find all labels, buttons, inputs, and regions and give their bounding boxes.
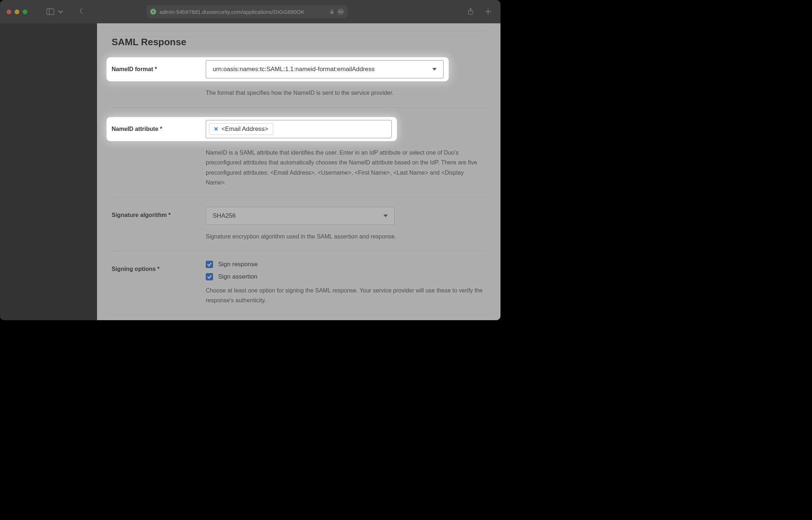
back-button[interactable]	[78, 8, 84, 16]
signature-algorithm-row: Signature algorithm * SHA256 Signature e…	[112, 207, 486, 241]
signature-algorithm-select[interactable]: SHA256	[206, 207, 395, 225]
caret-down-icon	[432, 68, 437, 71]
signing-options-row: Signing options * Sign response	[112, 261, 486, 305]
signing-options-label: Signing options *	[112, 261, 206, 272]
url-text: admin-54b978d1.duosecurity.com/applicati…	[159, 9, 326, 15]
signature-algorithm-label: Signature algorithm *	[112, 207, 206, 218]
nameid-attribute-label: NameID attribute *	[112, 126, 206, 132]
sign-response-label: Sign response	[218, 261, 258, 268]
share-icon[interactable]	[467, 8, 474, 15]
sidebar-toggle-button[interactable]	[46, 8, 65, 15]
signing-options-helper: Choose at least one option for signing t…	[206, 286, 486, 305]
more-icon[interactable]: •••	[337, 8, 344, 15]
caret-down-icon	[383, 214, 388, 217]
sign-assertion-checkbox[interactable]	[206, 273, 213, 280]
sign-assertion-label: Sign assertion	[218, 273, 258, 280]
nameid-format-helper: The format that specifies how the NameID…	[206, 88, 486, 98]
site-favicon-icon	[150, 8, 156, 15]
sign-response-checkbox[interactable]	[206, 261, 213, 268]
nameid-format-row: NameID format * urn:oasis:names:tc:SAML:…	[107, 57, 449, 81]
new-tab-icon[interactable]	[484, 8, 492, 15]
signature-algorithm-value: SHA256	[213, 212, 236, 220]
signature-algorithm-helper: Signature encryption algorithm used in t…	[206, 232, 486, 241]
minimize-window-icon[interactable]	[15, 9, 19, 14]
nameid-format-value: urn:oasis:names:tc:SAML:1.1:nameid-forma…	[213, 66, 375, 73]
section-title: SAML Response	[112, 36, 486, 48]
close-window-icon[interactable]	[7, 9, 11, 14]
chevron-down-icon	[57, 8, 65, 15]
nameid-attribute-tag-text: <Email Address>	[221, 125, 268, 133]
left-sidebar	[0, 23, 97, 320]
svg-rect-0	[47, 9, 54, 15]
nameid-format-select[interactable]: urn:oasis:names:tc:SAML:1.1:nameid-forma…	[206, 60, 444, 78]
remove-tag-icon[interactable]: ✕	[214, 126, 219, 132]
nameid-format-label: NameID format *	[112, 66, 206, 73]
check-icon	[207, 262, 212, 267]
lock-icon	[329, 9, 335, 14]
nameid-attribute-input[interactable]: ✕ <Email Address>	[206, 120, 392, 138]
check-icon	[207, 274, 212, 279]
svg-rect-2	[330, 11, 333, 14]
nameid-attribute-row: NameID attribute * ✕ <Email Address>	[107, 117, 397, 141]
window-controls[interactable]	[7, 9, 27, 14]
address-bar[interactable]: admin-54b978d1.duosecurity.com/applicati…	[146, 5, 348, 18]
maximize-window-icon[interactable]	[23, 9, 27, 14]
nameid-attribute-tag: ✕ <Email Address>	[209, 123, 273, 135]
nameid-attribute-helper: NameID is a SAML attribute that identifi…	[206, 148, 486, 187]
